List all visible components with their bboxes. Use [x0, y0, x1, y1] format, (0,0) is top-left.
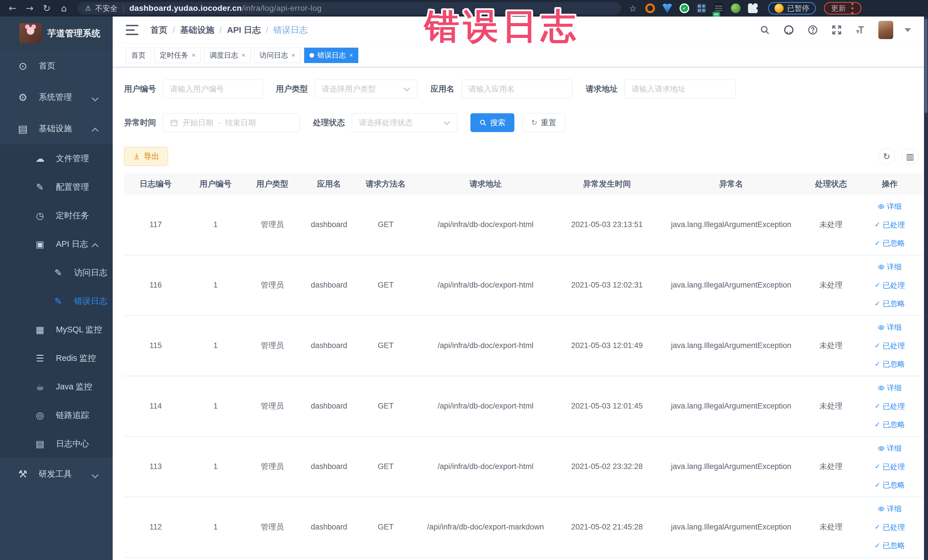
process-status-select[interactable]: 请选择处理状态 [352, 113, 457, 132]
extension-shield-icon[interactable] [662, 3, 672, 13]
tab-access-log[interactable]: 访问日志 × [254, 48, 301, 63]
reset-button[interactable]: ↻ 重置 [522, 113, 565, 132]
sidebar-item-config-management[interactable]: ✎ 配置管理 [0, 173, 113, 201]
page-url[interactable]: dashboard.yudao.iocoder.cn/infra/log/api… [130, 4, 322, 13]
sidebar-logo-row[interactable]: 芋道管理系统 [0, 17, 113, 50]
search-button[interactable]: 搜索 [470, 113, 514, 132]
extensions-puzzle-icon[interactable] [748, 3, 758, 13]
sidebar-item-java-monitor[interactable]: ☕ Java 监控 [0, 372, 113, 401]
detail-link[interactable]: 详细 [878, 504, 902, 514]
tab-scheduled-tasks[interactable]: 定时任务 × [154, 48, 201, 63]
extension-monkey-icon[interactable] [731, 3, 740, 13]
exception-time-range-picker[interactable]: 开始日期 - 结束日期 [163, 113, 300, 132]
sidebar-item-access-log[interactable]: ✎ 访问日志 [0, 258, 113, 287]
detail-link[interactable]: 详细 [878, 443, 902, 453]
stack-icon: ☰ [34, 353, 46, 364]
sidebar-item-infrastructure[interactable]: ▤ 基础设施 [0, 113, 113, 144]
breadcrumb-infrastructure[interactable]: 基础设施 [180, 24, 214, 36]
user-avatar[interactable] [878, 21, 893, 39]
forward-icon[interactable]: → [22, 2, 37, 15]
scrollbar-thumb[interactable] [925, 19, 927, 113]
end-date-placeholder: 结束日期 [225, 117, 256, 128]
tab-schedule-log[interactable]: 调度日志 × [204, 48, 251, 63]
user-id-input[interactable] [170, 85, 256, 93]
avatar-caret-icon[interactable] [905, 28, 911, 32]
sidebar-item-api-log[interactable]: ▣ API 日志 [0, 230, 113, 258]
extension-check-icon[interactable] [679, 3, 689, 13]
mark-processed-link[interactable]: ✓已处理 [875, 280, 905, 290]
detail-link[interactable]: 详细 [878, 383, 902, 393]
sidebar-item-scheduled-tasks[interactable]: ◷ 定时任务 [0, 201, 113, 230]
collapse-sidebar-icon[interactable] [126, 25, 138, 35]
back-icon[interactable]: ← [5, 2, 20, 15]
help-icon[interactable] [806, 24, 819, 36]
refresh-table-button[interactable]: ↻ [878, 148, 895, 165]
browser-update-button[interactable]: 更新 ••• [824, 2, 862, 15]
extensions-row: on [645, 3, 758, 13]
request-url-input[interactable] [632, 85, 729, 93]
github-icon[interactable] [783, 24, 795, 36]
table-row: 117 1 管理员 dashboard GET /api/infra/db-do… [124, 195, 923, 255]
mark-ignored-link[interactable]: ✓已忽略 [875, 540, 905, 551]
document-edit-icon: ✎ [52, 296, 64, 307]
detail-link[interactable]: 详细 [878, 322, 902, 333]
breadcrumb-home[interactable]: 首页 [150, 24, 168, 36]
home-icon[interactable]: ⌂ [56, 2, 71, 15]
col-exception: 异常名 [657, 179, 806, 189]
sidebar-item-mysql-monitor[interactable]: ▦ MySQL 监控 [0, 316, 113, 344]
extension-lines-icon[interactable]: on [714, 3, 723, 13]
mark-processed-link[interactable]: ✓已处理 [875, 462, 905, 472]
mark-processed-link[interactable]: ✓已处理 [875, 401, 905, 411]
bookmark-star-icon[interactable]: ☆ [629, 3, 637, 14]
mark-ignored-link[interactable]: ✓已忽略 [875, 298, 905, 309]
mark-processed-link[interactable]: ✓已处理 [875, 340, 905, 351]
tab-home[interactable]: 首页 [126, 48, 151, 63]
row-actions: 详细 ✓已处理 ✓已忽略 [857, 383, 923, 430]
mark-ignored-link[interactable]: ✓已忽略 [875, 480, 905, 490]
sidebar-item-system-management[interactable]: ⚙ 系统管理 [0, 82, 113, 113]
sidebar-item-redis-monitor[interactable]: ☰ Redis 监控 [0, 344, 113, 372]
mark-ignored-link[interactable]: ✓已忽略 [875, 359, 905, 369]
extension-grid-icon[interactable] [697, 3, 706, 13]
browser-menu-kebab-icon[interactable]: ••• [850, 2, 855, 15]
detail-link[interactable]: 详细 [878, 201, 902, 211]
tab-error-log[interactable]: 错误日志 × [304, 48, 359, 63]
detail-link[interactable]: 详细 [878, 262, 902, 272]
calendar-icon [170, 119, 178, 127]
close-icon[interactable]: × [192, 52, 195, 59]
export-button[interactable]: 导出 [124, 147, 168, 166]
fullscreen-icon[interactable] [830, 24, 843, 36]
close-icon[interactable]: × [292, 52, 295, 59]
mark-processed-link[interactable]: ✓已处理 [875, 220, 905, 230]
app-name-field[interactable] [461, 79, 572, 98]
sidebar-item-file-management[interactable]: ☁ 文件管理 [0, 144, 113, 173]
app-title: 芋道管理系统 [47, 27, 101, 40]
profile-avatar-emoji [774, 4, 784, 13]
search-icon[interactable] [759, 24, 771, 36]
request-url-field[interactable] [624, 79, 736, 98]
column-settings-button[interactable]: ▥ [902, 148, 918, 165]
user-id-field[interactable] [163, 79, 263, 98]
profile-paused-badge[interactable]: 已暂停 [768, 2, 816, 15]
app-name-input[interactable] [469, 85, 565, 93]
sidebar-item-log-center[interactable]: ▤ 日志中心 [0, 430, 113, 458]
mark-ignored-link[interactable]: ✓已忽略 [875, 420, 905, 430]
reload-icon[interactable]: ↻ [40, 2, 54, 15]
sidebar-item-trace[interactable]: ◎ 链路追踪 [0, 401, 113, 430]
mark-ignored-link[interactable]: ✓已忽略 [875, 238, 905, 248]
sidebar-item-home[interactable]: ⊙ 首页 [0, 50, 113, 82]
font-size-icon[interactable] [855, 24, 867, 36]
close-icon[interactable]: × [242, 52, 245, 59]
breadcrumb-api-log[interactable]: API 日志 [227, 24, 261, 36]
check-icon: ✓ [875, 462, 881, 471]
breadcrumb-current: 错误日志 [273, 24, 308, 36]
mark-processed-link[interactable]: ✓已处理 [875, 522, 905, 533]
check-icon: ✓ [875, 522, 881, 532]
sidebar-item-error-log[interactable]: ✎ 错误日志 [0, 287, 113, 316]
extension-orange-icon[interactable] [645, 3, 655, 13]
close-icon[interactable]: × [350, 52, 353, 59]
sidebar-item-dev-tools[interactable]: ⚒ 研发工具 [0, 458, 113, 490]
eye-icon [878, 505, 885, 512]
user-type-select[interactable]: 请选择用户类型 [314, 79, 417, 98]
page-scrollbar[interactable] [924, 17, 928, 560]
